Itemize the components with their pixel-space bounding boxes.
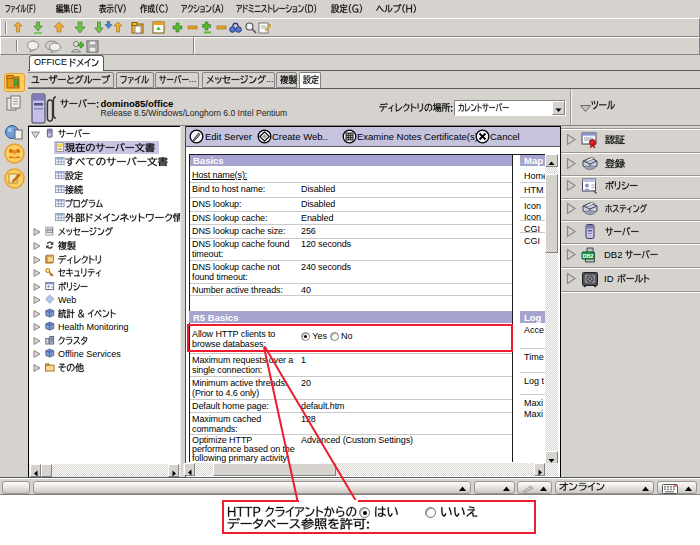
svg-text:DB2: DB2 — [582, 253, 593, 259]
